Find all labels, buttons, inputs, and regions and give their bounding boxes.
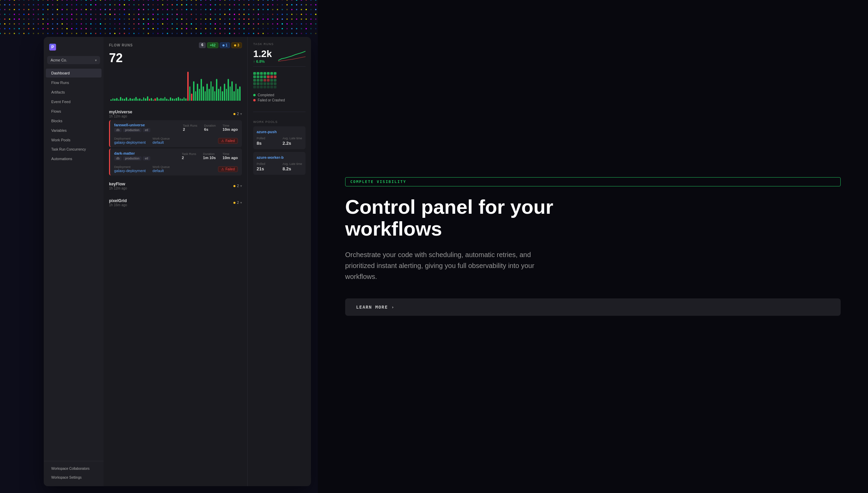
learn-more-button[interactable]: LEARN MORE › [345,298,841,316]
chart-bar-25 [159,99,160,101]
task-runs-widget: TASK RUNS 1.2k ↑ 6.8% [253,42,306,103]
deployment-link-2[interactable]: galaxy-deployment [114,169,146,173]
svg-rect-10 [263,75,266,78]
svg-rect-4 [267,72,270,75]
chart-bar-55 [216,79,217,101]
chart-bar-29 [166,99,167,101]
tag-etl: etl [143,128,150,132]
sidebar-item-variables[interactable]: Variables [46,126,101,135]
flow-run-stats-2: Task Runs 2 Duration 1m 10s Time 10m ago [182,152,238,160]
chart-bar-61 [228,79,229,101]
flow-runs-header: FLOW RUNS 6 +62 1 3 [109,42,242,48]
sidebar-item-event-feed[interactable]: Event Feed [46,97,101,106]
logo-icon: P [49,44,56,51]
avg-late-label: Avg. Late time [283,137,302,140]
legend-completed: Completed [253,93,306,97]
chart-bar-52 [211,81,212,101]
sidebar-item-dashboard[interactable]: Dashboard [46,69,101,78]
flow-run-group-myuniverse: myUniverse 1h 12m ago 2 ▾ [109,108,242,175]
flow-run-group-count: 2 ▾ [233,112,242,116]
sidebar-item-artifacts[interactable]: Artifacts [46,88,101,97]
badge-completed: +62 [207,42,218,48]
work-pool-name-azure-worker-b[interactable]: azure-worker-b [257,155,302,159]
task-runs-value-2: 2 [182,156,196,160]
sidebar-item-flows[interactable]: Flows [46,107,101,116]
chart-bar-8 [126,97,127,101]
sidebar-item-work-pools[interactable]: Work Pools [46,136,101,144]
work-pool-name-azure-push[interactable]: azure-push [257,130,302,134]
right-panel: TASK RUNS 1.2k ↑ 6.8% [248,37,311,486]
tag-db-2: db [114,156,122,160]
duration-value: 6s [204,127,216,131]
chart-bar-45 [197,84,198,101]
chart-bar-39 [185,98,187,101]
work-queue-link[interactable]: default [152,140,164,144]
learn-more-arrow-icon: › [391,305,394,310]
svg-rect-17 [263,79,266,82]
status-badge-failed: ⚠ Failed [218,138,238,144]
chart-bar-50 [206,84,208,101]
flow-run-name-dark-matter[interactable]: dark-matter [114,151,150,155]
chart-bar-28 [164,97,166,101]
chart-bar-23 [154,98,156,101]
chart-bar-36 [180,98,181,101]
svg-rect-21 [253,82,256,85]
main-content: FLOW RUNS 6 +62 1 3 72 myUniverse [104,37,311,486]
chart-bar-4 [118,99,120,101]
marketing-title: Control panel for your workflows [345,196,584,240]
work-queue-label: Work Queue [152,137,169,140]
chart-bar-58 [222,91,223,101]
svg-rect-8 [257,75,259,78]
sidebar-item-blocks[interactable]: Blocks [46,116,101,125]
work-queue-link-2[interactable]: default [152,169,164,173]
svg-rect-19 [270,79,273,82]
flow-run-group-time: 1h 12m ago [109,114,132,118]
chart-bar-3 [116,98,118,101]
chart-bar-43 [193,81,194,101]
chart-bar-2 [114,99,116,101]
work-pool-stats-azure-push: Polled 8s Avg. Late time 2.2s [257,137,302,146]
svg-rect-6 [274,72,276,75]
flow-run-detail-farewell: farewell-universe db production etl Task… [109,120,242,147]
svg-rect-32 [267,86,270,88]
dot-background [0,0,318,37]
chart-bar-7 [124,99,125,101]
svg-rect-28 [253,86,256,88]
svg-rect-1 [257,72,259,75]
chevron-down-icon-keyflow: ▾ [240,184,242,188]
chart-bar-27 [162,98,164,101]
sidebar-item-flow-runs[interactable]: Flow Runs [46,78,101,87]
flow-runs-section: FLOW RUNS 6 +62 1 3 72 myUniverse [104,37,248,486]
workspace-selector[interactable]: Acme Co. ▾ [47,56,100,64]
duration-label-2: Duration [203,152,216,156]
badge-group: 6 +62 1 3 [199,42,242,48]
chart-bar-14 [137,99,139,101]
chart-bar-6 [122,98,123,101]
chevron-down-icon-pixelgrid: ▾ [240,201,242,205]
work-pool-stats-azure-worker-b: Polled 21s Avg. Late time 8.2s [257,162,302,171]
svg-rect-9 [260,75,263,78]
flow-run-tags: db production etl [114,128,150,132]
sidebar-item-task-run-concurrency[interactable]: Task Run Concurrency [46,145,101,154]
time-value-2: 10m ago [222,156,238,160]
polled-label-2: Polled [257,162,265,166]
sidebar-logo: P [44,41,104,56]
sidebar-item-automations[interactable]: Automations [46,154,101,163]
work-pools-title: WORK POOLS [253,120,306,124]
svg-rect-20 [274,79,276,82]
chart-bar-15 [139,98,140,101]
avg-late-label-2: Avg. Late time [283,162,302,166]
flow-runs-title: FLOW RUNS [109,43,133,47]
task-runs-label-2: Task Runs [182,152,196,156]
polled-label: Polled [257,137,265,140]
sidebar-item-workspace-settings[interactable]: Workspace Settings [46,473,101,482]
svg-rect-26 [270,82,273,85]
tag-db: db [114,128,122,132]
flow-run-group-keyflow: keyFlow 1h 12m ago 2 ▾ [109,180,242,192]
flow-run-name-farewell[interactable]: farewell-universe [114,123,150,127]
chart-bar-54 [214,91,216,101]
deployment-link[interactable]: galaxy-deployment [114,140,146,144]
chart-bar-12 [134,98,135,101]
sidebar-item-workspace-collaborators[interactable]: Workspace Collaborators [46,464,101,473]
svg-rect-31 [263,86,266,88]
